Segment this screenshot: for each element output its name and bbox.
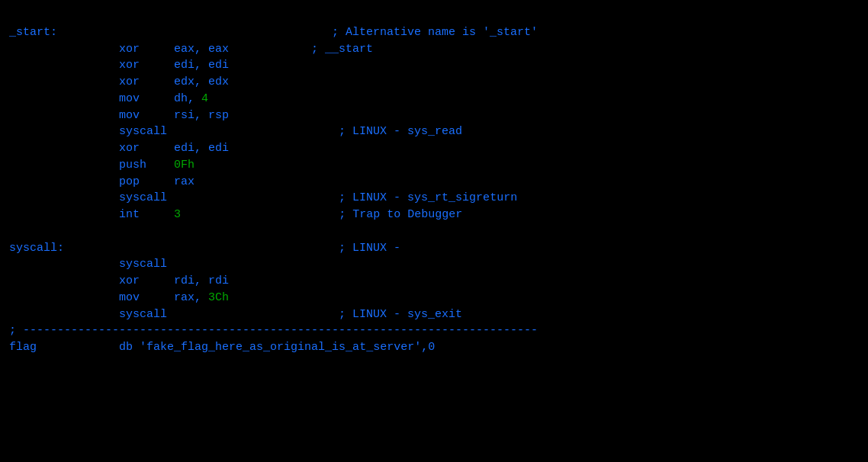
line-int: int 3 ; Trap to Debugger (9, 208, 462, 221)
line-separator: ; --------------------------------------… (9, 324, 538, 337)
line-mov-rax: mov rax, 3Ch (9, 291, 229, 304)
line-xor-rdi: xor rdi, rdi (9, 274, 229, 287)
line-syscall-label: syscall: ; LINUX - (9, 242, 400, 255)
line-pop: pop rax (9, 175, 194, 188)
line-push: push 0Fh (9, 159, 194, 172)
line-syscall2: syscall ; LINUX - sys_rt_sigreturn (9, 191, 517, 204)
line-xor-edi1: xor edi, edi (9, 59, 229, 72)
line-flag: flag db 'fake_flag_here_as_original_is_a… (9, 341, 435, 354)
line-mov-dh: mov dh, 4 (9, 92, 208, 105)
line-xor-edx: xor edx, edx (9, 75, 229, 88)
line-xor-eax: xor eax, eax ; __start (9, 43, 373, 56)
line-start-label: _start: ; Alternative name is '_start' (9, 26, 538, 39)
line-mov-rsi: mov rsi, rsp (9, 109, 229, 122)
assembly-code-view: _start: ; Alternative name is '_start' x… (9, 8, 859, 356)
line-syscall1: syscall ; LINUX - sys_read (9, 125, 462, 138)
line-xor-edi2: xor edi, edi (9, 142, 229, 155)
line-syscall4: syscall ; LINUX - sys_exit (9, 308, 462, 321)
line-syscall3: syscall (9, 258, 167, 271)
